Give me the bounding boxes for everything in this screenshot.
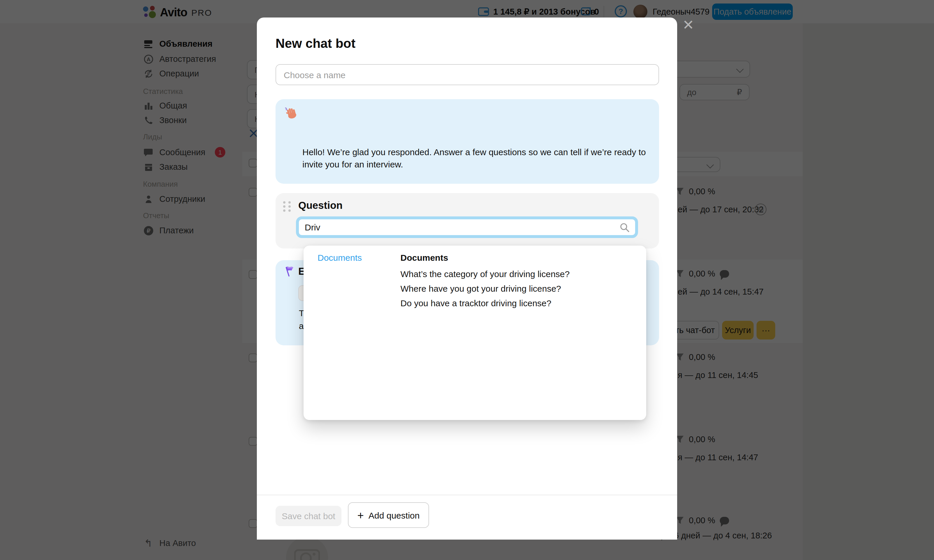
add-question-label: Add question: [368, 510, 420, 520]
purple-flag-icon: [284, 265, 297, 279]
question-search-field: [296, 217, 638, 238]
question-title: Question: [298, 200, 343, 212]
page: Avito PRO Объявления A Автостратегия ₽ О…: [0, 0, 934, 560]
drag-handle-icon[interactable]: [283, 201, 291, 212]
waving-hand-icon: [284, 106, 298, 119]
greeting-message: Hello! We’re glad you responded. Answer …: [302, 146, 661, 170]
dropdown-item[interactable]: What’s the category of your driving lice…: [401, 269, 570, 279]
greeting-section: [276, 99, 659, 184]
dropdown-item[interactable]: Where have you got your driving license?: [401, 283, 561, 294]
chatbot-name-input[interactable]: [276, 64, 659, 85]
modal-footer-divider: [257, 495, 677, 495]
modal-title: New chat bot: [276, 36, 356, 51]
search-icon: [620, 223, 629, 232]
plus-icon: +: [357, 509, 364, 521]
question-search-input[interactable]: [299, 222, 620, 232]
add-question-button[interactable]: + Add question: [348, 502, 429, 528]
close-icon[interactable]: ✕: [682, 18, 695, 31]
dropdown-category-link[interactable]: Documents: [317, 252, 362, 263]
dropdown-group-title: Documents: [401, 252, 448, 263]
question-suggestions-dropdown: Documents Documents What’s the category …: [304, 246, 646, 420]
ending-text-fragment-2: a: [299, 321, 304, 331]
save-chatbot-button[interactable]: Save chat bot: [276, 506, 342, 526]
dropdown-item[interactable]: Do you have a tracktor driving license?: [401, 298, 551, 308]
